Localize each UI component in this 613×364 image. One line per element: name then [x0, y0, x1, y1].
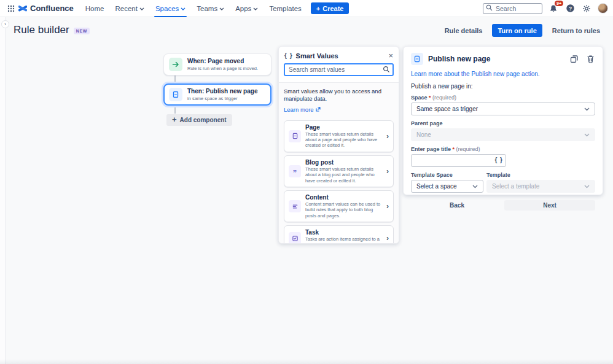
- action-subtitle: in same space as trigger: [187, 96, 257, 101]
- template-space-select[interactable]: Select a space: [411, 180, 483, 193]
- app-switcher-icon[interactable]: [5, 2, 17, 15]
- confluence-brand[interactable]: Confluence: [18, 4, 74, 13]
- parent-page-field-label: Parent page: [411, 120, 595, 126]
- template-space-field-label: Template Space: [411, 172, 483, 178]
- panel-intro: Publish a new page in:: [411, 83, 595, 90]
- align-left-icon: [289, 200, 301, 212]
- delete-button[interactable]: [585, 54, 595, 64]
- return-to-rules-button[interactable]: Return to rules: [547, 24, 606, 37]
- plus-icon: +: [316, 5, 320, 12]
- parent-page-select[interactable]: None: [411, 128, 595, 141]
- add-component-button[interactable]: + Add component: [166, 114, 232, 126]
- smart-values-panel: { } Smart Values × Smart values allow yo…: [278, 46, 399, 244]
- chevron-right-icon: ›: [386, 234, 389, 242]
- nav-item-teams[interactable]: Teams: [191, 0, 230, 17]
- question-icon: ?: [566, 4, 575, 13]
- trigger-title: When: Page moved: [187, 58, 258, 64]
- duplicate-button[interactable]: [569, 54, 579, 64]
- chevron-right-icon: ›: [386, 202, 389, 211]
- smart-values-learn-more-link[interactable]: Learn more: [284, 106, 321, 113]
- trash-icon: [587, 55, 595, 63]
- close-icon[interactable]: ×: [388, 52, 393, 60]
- back-button[interactable]: Back: [411, 200, 503, 211]
- publish-new-page-panel: Publish new page Learn more about the Pu…: [403, 46, 603, 195]
- brand-name: Confluence: [30, 4, 74, 13]
- global-search: [483, 2, 542, 14]
- duplicate-icon: [570, 55, 579, 63]
- action-title: Then: Publish new page: [187, 88, 257, 95]
- smart-values-title: Smart Values: [296, 52, 338, 60]
- flow-connector: [174, 106, 176, 114]
- flow-connector: [174, 76, 176, 83]
- smart-value-item-task[interactable]: Task Tasks are action items assigned to …: [284, 225, 394, 243]
- nav-item-home[interactable]: Home: [80, 0, 110, 17]
- smart-values-intro: Smart values allow you to access and man…: [284, 88, 394, 103]
- rule-details-button[interactable]: Rule details: [439, 24, 488, 37]
- expand-sidebar-button[interactable]: ›: [1, 20, 9, 28]
- turn-on-rule-button[interactable]: Turn on rule: [492, 24, 542, 37]
- search-icon: [486, 4, 493, 11]
- learn-more-link[interactable]: Learn more about the Publish new page ac…: [411, 71, 595, 77]
- nav-item-templates[interactable]: Templates: [264, 0, 306, 17]
- notification-badge: 9+: [555, 1, 563, 6]
- collapsed-sidebar: [0, 17, 6, 364]
- smart-value-item-blog-post[interactable]: ” Blog post These smart values return de…: [284, 155, 394, 187]
- panel-title: Publish new page: [428, 55, 490, 63]
- new-badge: NEW: [74, 28, 90, 34]
- smart-value-item-page[interactable]: Page These smart values return details a…: [284, 120, 394, 152]
- chevron-down-icon: [472, 185, 478, 188]
- rule-flow: When: Page moved Rule is run when a page…: [163, 53, 271, 126]
- smart-values-search-input[interactable]: [284, 63, 394, 76]
- space-select[interactable]: Same space as trigger: [411, 103, 595, 115]
- chevron-down-icon: [584, 185, 590, 188]
- smart-value-braces-icon[interactable]: { }: [494, 157, 503, 163]
- chevron-down-icon: [584, 107, 590, 111]
- page-title: Rule builder: [14, 24, 69, 36]
- create-button[interactable]: + Create: [311, 2, 349, 14]
- trigger-subtitle: Rule is run when a page is moved.: [187, 66, 258, 71]
- nav-item-apps[interactable]: Apps: [230, 0, 264, 17]
- page-title-field-label: Enter page title * (required): [411, 146, 595, 152]
- nav-item-recent[interactable]: Recent: [109, 0, 149, 17]
- notifications-button[interactable]: 9+: [548, 3, 559, 14]
- top-nav: Confluence Home Recent Spaces Teams Apps…: [0, 0, 613, 17]
- chevron-down-icon: [139, 7, 144, 10]
- quote-icon: ”: [289, 165, 301, 177]
- action-card-publish-new-page[interactable]: Then: Publish new page in same space as …: [163, 83, 271, 106]
- chevron-down-icon: [253, 7, 258, 10]
- nav-item-spaces[interactable]: Spaces: [150, 0, 191, 17]
- next-button[interactable]: Next: [504, 200, 595, 211]
- rule-builder-canvas: › Rule builder NEW Rule details Turn on …: [0, 17, 613, 364]
- page-title-input[interactable]: [411, 154, 506, 167]
- chevron-down-icon: [584, 133, 590, 137]
- trigger-card-page-moved[interactable]: When: Page moved Rule is run when a page…: [163, 53, 271, 76]
- search-icon: [383, 66, 390, 73]
- trigger-arrow-icon: [169, 58, 182, 71]
- user-avatar[interactable]: [598, 3, 608, 14]
- template-field-label: Template: [486, 172, 595, 178]
- braces-icon: { }: [284, 52, 293, 59]
- settings-button[interactable]: [581, 3, 592, 14]
- checkbox-icon: [289, 232, 301, 243]
- chevron-right-icon: ›: [386, 132, 389, 141]
- smart-value-item-content[interactable]: Content Content smart values can be used…: [284, 190, 394, 222]
- confluence-logo-icon: [18, 4, 27, 12]
- chevron-down-icon: [181, 7, 185, 10]
- svg-text:?: ?: [568, 6, 571, 12]
- gear-icon: [582, 4, 591, 13]
- chevron-right-icon: ›: [4, 21, 6, 27]
- chevron-down-icon: [219, 7, 224, 10]
- space-field-label: Space * (required): [411, 95, 595, 101]
- external-link-icon: [316, 107, 321, 112]
- template-select[interactable]: Select a template: [486, 180, 595, 193]
- help-button[interactable]: ?: [564, 3, 576, 14]
- chevron-right-icon: ›: [386, 167, 389, 176]
- page-icon: [411, 53, 423, 65]
- plus-icon: +: [172, 117, 177, 123]
- page-icon: [289, 130, 301, 142]
- page-icon: [169, 88, 182, 101]
